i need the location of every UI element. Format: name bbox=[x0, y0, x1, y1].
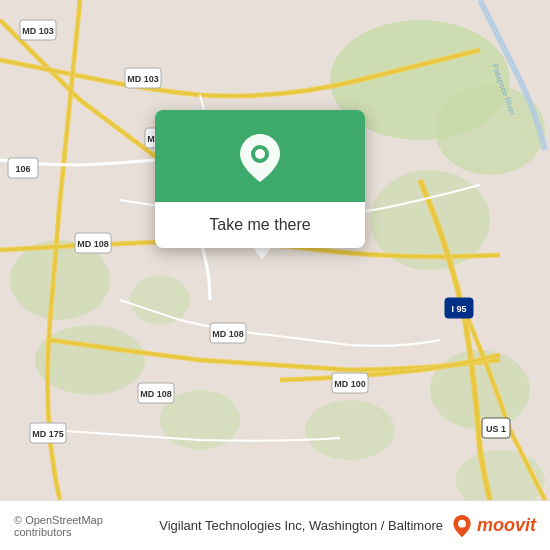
svg-text:I 95: I 95 bbox=[451, 304, 466, 314]
moovit-brand-text: moovit bbox=[477, 515, 536, 536]
popup-pointer bbox=[252, 246, 272, 260]
svg-text:MD 108: MD 108 bbox=[140, 389, 172, 399]
location-pin-icon bbox=[236, 134, 284, 182]
svg-point-10 bbox=[130, 275, 190, 325]
svg-text:MD 175: MD 175 bbox=[32, 429, 64, 439]
bottom-bar: © OpenStreetMap contributors Vigilant Te… bbox=[0, 500, 550, 550]
svg-point-37 bbox=[458, 519, 466, 527]
moovit-pin-icon bbox=[451, 515, 473, 537]
svg-text:MD 103: MD 103 bbox=[22, 26, 54, 36]
svg-point-35 bbox=[255, 149, 265, 159]
svg-marker-36 bbox=[252, 246, 272, 260]
moovit-logo: moovit bbox=[451, 515, 536, 537]
svg-text:MD 108: MD 108 bbox=[77, 239, 109, 249]
svg-point-5 bbox=[35, 325, 145, 395]
popup-card[interactable]: Take me there bbox=[155, 110, 365, 248]
popup-green-area bbox=[155, 110, 365, 202]
svg-text:US 1: US 1 bbox=[486, 424, 506, 434]
svg-text:106: 106 bbox=[15, 164, 30, 174]
map-container: Patapsco River bbox=[0, 0, 550, 500]
svg-point-7 bbox=[305, 400, 395, 460]
svg-text:MD 108: MD 108 bbox=[212, 329, 244, 339]
svg-text:MD 100: MD 100 bbox=[334, 379, 366, 389]
svg-text:MD 103: MD 103 bbox=[127, 74, 159, 84]
map-svg: Patapsco River bbox=[0, 0, 550, 500]
company-name: Vigilant Technologies Inc, Washington / … bbox=[159, 518, 443, 533]
popup-label[interactable]: Take me there bbox=[155, 202, 365, 248]
copyright-text: © OpenStreetMap contributors bbox=[14, 514, 151, 538]
